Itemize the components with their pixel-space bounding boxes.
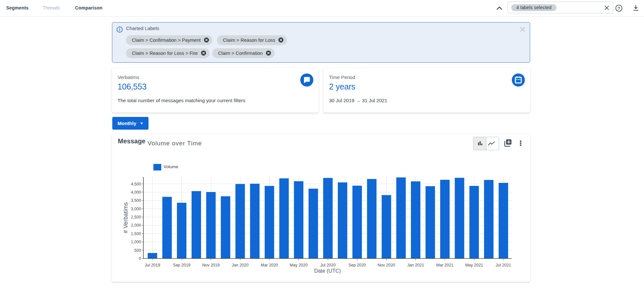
svg-text:Jul 2021: Jul 2021 bbox=[496, 263, 511, 267]
svg-text:?: ? bbox=[618, 6, 620, 11]
svg-text:1,000: 1,000 bbox=[131, 240, 141, 244]
svg-text:May 2020: May 2020 bbox=[290, 263, 308, 267]
svg-text:2,500: 2,500 bbox=[131, 215, 141, 219]
svg-text:Mar 2020: Mar 2020 bbox=[261, 263, 278, 267]
svg-text:Mar 2021: Mar 2021 bbox=[436, 263, 454, 267]
svg-text:3,000: 3,000 bbox=[131, 207, 141, 211]
svg-text:4,000: 4,000 bbox=[131, 190, 141, 195]
svg-text:Jul 2019: Jul 2019 bbox=[145, 263, 160, 267]
svg-text:Jan 2021: Jan 2021 bbox=[407, 263, 424, 267]
svg-text:0: 0 bbox=[139, 256, 141, 261]
svg-text:1,500: 1,500 bbox=[131, 232, 141, 236]
svg-text:Jul 2020: Jul 2020 bbox=[320, 263, 336, 267]
svg-text:Jan 2020: Jan 2020 bbox=[232, 263, 248, 267]
svg-text:3,500: 3,500 bbox=[131, 198, 141, 203]
svg-text:Sep 2020: Sep 2020 bbox=[348, 263, 366, 267]
svg-text:2,000: 2,000 bbox=[131, 223, 141, 228]
svg-text:May 2021: May 2021 bbox=[465, 263, 483, 267]
svg-text:Sep 2019: Sep 2019 bbox=[173, 263, 191, 267]
svg-text:500: 500 bbox=[134, 248, 141, 253]
svg-text:Date (UTC): Date (UTC) bbox=[314, 268, 341, 274]
svg-text:Nov 2020: Nov 2020 bbox=[378, 263, 395, 267]
svg-text:Nov 2019: Nov 2019 bbox=[202, 263, 220, 267]
svg-text:# Verbatims: # Verbatims bbox=[122, 202, 129, 233]
svg-text:4,500: 4,500 bbox=[131, 182, 141, 186]
